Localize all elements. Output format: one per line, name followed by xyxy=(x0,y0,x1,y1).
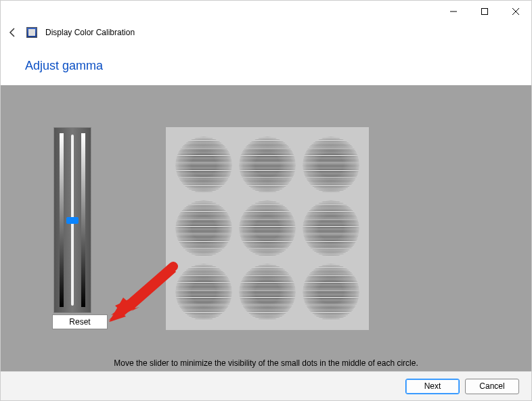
gamma-preview xyxy=(166,127,369,330)
instruction-text: Move the slider to minimize the visibili… xyxy=(1,358,531,368)
gamma-dot xyxy=(303,264,359,321)
page-heading: Adjust gamma xyxy=(25,59,507,73)
gradient-strip-right xyxy=(81,133,85,307)
reset-button[interactable]: Reset xyxy=(52,314,108,329)
header-row: Display Color Calibration xyxy=(1,22,531,43)
svg-marker-7 xyxy=(109,298,135,322)
gamma-dot xyxy=(303,137,359,193)
gamma-dot xyxy=(175,264,232,321)
footer: Next Cancel xyxy=(1,371,531,400)
back-button[interactable] xyxy=(7,27,18,38)
gamma-dot xyxy=(303,200,359,257)
gamma-dot xyxy=(175,200,232,257)
app-title: Display Color Calibration xyxy=(45,28,135,37)
gamma-dot xyxy=(239,264,296,321)
content-area: Reset Move the slider to minimize the vi… xyxy=(1,85,531,377)
heading-section: Adjust gamma xyxy=(1,43,531,85)
gamma-dot xyxy=(175,137,232,193)
svg-marker-6 xyxy=(110,298,133,322)
minimize-button[interactable] xyxy=(438,1,469,22)
gamma-dot xyxy=(239,137,296,193)
cancel-button[interactable]: Cancel xyxy=(465,379,519,394)
gamma-dot xyxy=(239,200,296,257)
gradient-strip-left xyxy=(60,133,64,307)
svg-rect-1 xyxy=(482,9,488,15)
slider-thumb[interactable] xyxy=(66,217,79,224)
app-icon xyxy=(26,27,37,38)
maximize-button[interactable] xyxy=(469,1,500,22)
gamma-slider[interactable] xyxy=(53,127,91,313)
next-button[interactable]: Next xyxy=(405,379,460,394)
svg-marker-5 xyxy=(108,296,138,321)
window-titlebar xyxy=(1,1,531,22)
close-button[interactable] xyxy=(500,1,531,22)
